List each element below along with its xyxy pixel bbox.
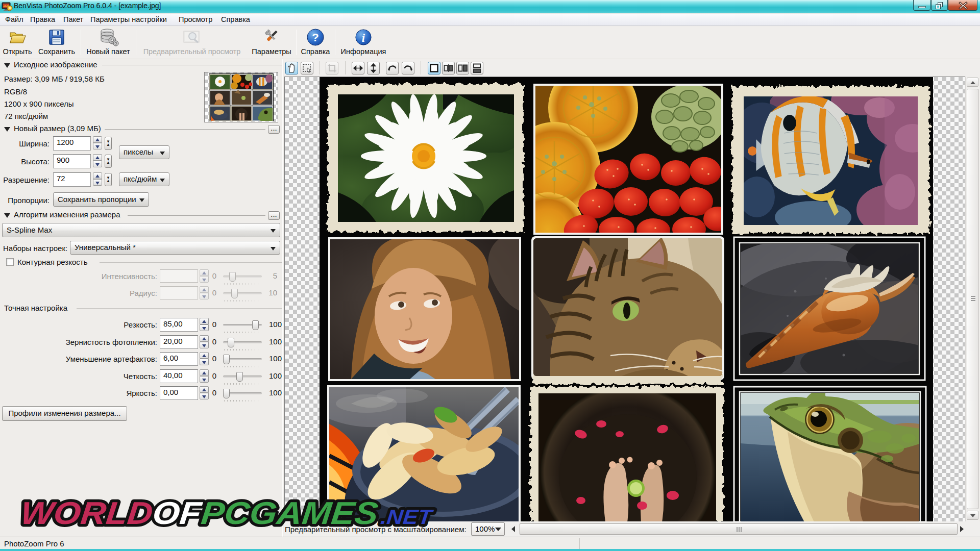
svg-text:?: ? <box>312 31 318 44</box>
svg-text:.NET: .NET <box>380 506 435 528</box>
svg-text:i: i <box>362 32 365 44</box>
svg-text:WORLDOFPCGAMES: WORLDOFPCGAMES <box>19 495 380 531</box>
